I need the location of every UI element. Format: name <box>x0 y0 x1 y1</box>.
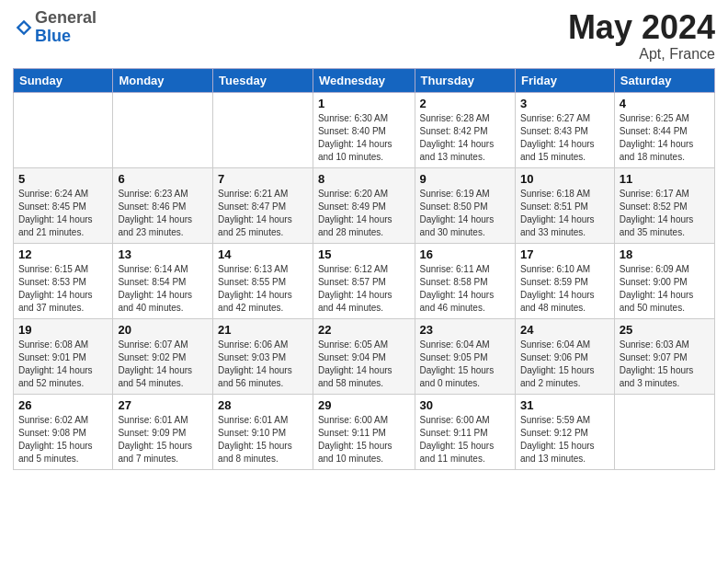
cell-info-text: Sunrise: 6:01 AMSunset: 9:10 PMDaylight:… <box>218 414 308 465</box>
cell-info-text: Sunrise: 6:06 AMSunset: 9:03 PMDaylight:… <box>218 339 308 390</box>
cell-info-text: Sunrise: 6:21 AMSunset: 8:47 PMDaylight:… <box>218 188 308 239</box>
calendar-cell: 23Sunrise: 6:04 AMSunset: 9:05 PMDayligh… <box>415 318 515 394</box>
cell-info-text: Sunrise: 6:08 AMSunset: 9:01 PMDaylight:… <box>18 339 108 390</box>
cell-day-number: 3 <box>520 97 609 110</box>
calendar-cell: 14Sunrise: 6:13 AMSunset: 8:55 PMDayligh… <box>213 243 313 318</box>
calendar-cell: 24Sunrise: 6:04 AMSunset: 9:06 PMDayligh… <box>515 318 614 394</box>
logo-general: General <box>35 9 97 28</box>
logo-blue: Blue <box>35 28 97 46</box>
cell-day-number: 13 <box>118 247 208 261</box>
calendar-week-3: 19Sunrise: 6:08 AMSunset: 9:01 PMDayligh… <box>14 318 715 394</box>
calendar-location: Apt, France <box>568 46 715 63</box>
cell-info-text: Sunrise: 6:19 AMSunset: 8:50 PMDaylight:… <box>420 188 510 239</box>
cell-info-text: Sunrise: 6:14 AMSunset: 8:54 PMDaylight:… <box>118 263 208 315</box>
cell-info-text: Sunrise: 6:12 AMSunset: 8:57 PMDaylight:… <box>318 263 410 315</box>
cell-info-text: Sunrise: 6:24 AMSunset: 8:45 PMDaylight:… <box>18 188 108 239</box>
cell-day-number: 21 <box>218 323 308 337</box>
cell-day-number: 11 <box>620 172 710 186</box>
header-tuesday: Tuesday <box>213 68 313 92</box>
calendar-cell: 29Sunrise: 6:00 AMSunset: 9:11 PMDayligh… <box>313 394 415 469</box>
calendar-cell: 8Sunrise: 6:20 AMSunset: 8:49 PMDaylight… <box>313 167 415 243</box>
calendar-cell: 26Sunrise: 6:02 AMSunset: 9:08 PMDayligh… <box>14 394 113 469</box>
cell-day-number: 17 <box>520 247 609 261</box>
calendar-cell: 2Sunrise: 6:28 AMSunset: 8:42 PMDaylight… <box>415 92 515 167</box>
header-sunday: Sunday <box>14 68 113 92</box>
cell-day-number: 4 <box>620 97 710 110</box>
cell-day-number: 29 <box>318 398 410 412</box>
cell-day-number: 22 <box>318 323 410 337</box>
calendar-cell: 3Sunrise: 6:27 AMSunset: 8:43 PMDaylight… <box>515 92 614 167</box>
cell-info-text: Sunrise: 6:27 AMSunset: 8:43 PMDaylight:… <box>520 112 609 164</box>
cell-info-text: Sunrise: 6:23 AMSunset: 8:46 PMDaylight:… <box>118 188 208 239</box>
calendar-cell: 10Sunrise: 6:18 AMSunset: 8:51 PMDayligh… <box>515 167 614 243</box>
header-monday: Monday <box>113 68 213 92</box>
cell-info-text: Sunrise: 6:04 AMSunset: 9:05 PMDaylight:… <box>420 339 510 390</box>
cell-info-text: Sunrise: 6:07 AMSunset: 9:02 PMDaylight:… <box>118 339 208 390</box>
header-thursday: Thursday <box>415 68 515 92</box>
calendar-title: May 2024 <box>568 9 715 46</box>
cell-info-text: Sunrise: 6:01 AMSunset: 9:09 PMDaylight:… <box>118 414 208 465</box>
calendar-cell: 27Sunrise: 6:01 AMSunset: 9:09 PMDayligh… <box>113 394 213 469</box>
calendar-cell: 15Sunrise: 6:12 AMSunset: 8:57 PMDayligh… <box>313 243 415 318</box>
cell-day-number: 9 <box>420 172 510 186</box>
cell-info-text: Sunrise: 6:10 AMSunset: 8:59 PMDaylight:… <box>520 263 609 315</box>
cell-info-text: Sunrise: 6:03 AMSunset: 9:07 PMDaylight:… <box>620 339 710 390</box>
title-block: May 2024 Apt, France <box>568 9 715 63</box>
cell-info-text: Sunrise: 6:11 AMSunset: 8:58 PMDaylight:… <box>420 263 510 315</box>
calendar-cell: 4Sunrise: 6:25 AMSunset: 8:44 PMDaylight… <box>614 92 714 167</box>
calendar-cell: 18Sunrise: 6:09 AMSunset: 9:00 PMDayligh… <box>614 243 714 318</box>
calendar-cell: 6Sunrise: 6:23 AMSunset: 8:46 PMDaylight… <box>113 167 213 243</box>
calendar-week-2: 12Sunrise: 6:15 AMSunset: 8:53 PMDayligh… <box>14 243 715 318</box>
cell-day-number: 30 <box>420 398 510 412</box>
calendar-cell: 30Sunrise: 6:00 AMSunset: 9:11 PMDayligh… <box>415 394 515 469</box>
cell-day-number: 15 <box>318 247 410 261</box>
cell-day-number: 23 <box>420 323 510 337</box>
cell-day-number: 26 <box>18 398 108 412</box>
logo: General Blue <box>13 9 97 46</box>
cell-day-number: 7 <box>218 172 308 186</box>
cell-info-text: Sunrise: 5:59 AMSunset: 9:12 PMDaylight:… <box>520 414 609 465</box>
calendar-table: Sunday Monday Tuesday Wednesday Thursday… <box>13 68 715 470</box>
cell-day-number: 24 <box>520 323 609 337</box>
calendar-cell: 31Sunrise: 5:59 AMSunset: 9:12 PMDayligh… <box>515 394 614 469</box>
cell-day-number: 14 <box>218 247 308 261</box>
calendar-cell: 25Sunrise: 6:03 AMSunset: 9:07 PMDayligh… <box>614 318 714 394</box>
cell-day-number: 18 <box>620 247 710 261</box>
cell-day-number: 20 <box>118 323 208 337</box>
cell-info-text: Sunrise: 6:13 AMSunset: 8:55 PMDaylight:… <box>218 263 308 315</box>
cell-info-text: Sunrise: 6:09 AMSunset: 9:00 PMDaylight:… <box>620 263 710 315</box>
calendar-cell: 5Sunrise: 6:24 AMSunset: 8:45 PMDaylight… <box>14 167 113 243</box>
cell-info-text: Sunrise: 6:20 AMSunset: 8:49 PMDaylight:… <box>318 188 410 239</box>
cell-info-text: Sunrise: 6:02 AMSunset: 9:08 PMDaylight:… <box>18 414 108 465</box>
cell-day-number: 31 <box>520 398 609 412</box>
cell-info-text: Sunrise: 6:04 AMSunset: 9:06 PMDaylight:… <box>520 339 609 390</box>
header-wednesday: Wednesday <box>313 68 415 92</box>
calendar-cell: 19Sunrise: 6:08 AMSunset: 9:01 PMDayligh… <box>14 318 113 394</box>
header-friday: Friday <box>515 68 614 92</box>
cell-info-text: Sunrise: 6:25 AMSunset: 8:44 PMDaylight:… <box>620 112 710 164</box>
cell-day-number: 27 <box>118 398 208 412</box>
calendar-cell: 13Sunrise: 6:14 AMSunset: 8:54 PMDayligh… <box>113 243 213 318</box>
calendar-cell: 16Sunrise: 6:11 AMSunset: 8:58 PMDayligh… <box>415 243 515 318</box>
cell-day-number: 5 <box>18 172 108 186</box>
calendar-cell: 28Sunrise: 6:01 AMSunset: 9:10 PMDayligh… <box>213 394 313 469</box>
page: General Blue May 2024 Apt, France Sunday… <box>0 0 728 563</box>
cell-day-number: 25 <box>620 323 710 337</box>
cell-info-text: Sunrise: 6:18 AMSunset: 8:51 PMDaylight:… <box>520 188 609 239</box>
cell-day-number: 19 <box>18 323 108 337</box>
calendar-cell: 17Sunrise: 6:10 AMSunset: 8:59 PMDayligh… <box>515 243 614 318</box>
calendar-cell: 12Sunrise: 6:15 AMSunset: 8:53 PMDayligh… <box>14 243 113 318</box>
cell-day-number: 1 <box>318 97 410 110</box>
cell-day-number: 6 <box>118 172 208 186</box>
cell-info-text: Sunrise: 6:00 AMSunset: 9:11 PMDaylight:… <box>318 414 410 465</box>
cell-day-number: 16 <box>420 247 510 261</box>
calendar-cell <box>113 92 213 167</box>
cell-info-text: Sunrise: 6:15 AMSunset: 8:53 PMDaylight:… <box>18 263 108 315</box>
calendar-cell: 1Sunrise: 6:30 AMSunset: 8:40 PMDaylight… <box>313 92 415 167</box>
cell-day-number: 28 <box>218 398 308 412</box>
calendar-cell <box>614 394 714 469</box>
cell-day-number: 12 <box>18 247 108 261</box>
weekday-header-row: Sunday Monday Tuesday Wednesday Thursday… <box>14 68 715 92</box>
header: General Blue May 2024 Apt, France <box>13 9 715 63</box>
calendar-cell <box>14 92 113 167</box>
